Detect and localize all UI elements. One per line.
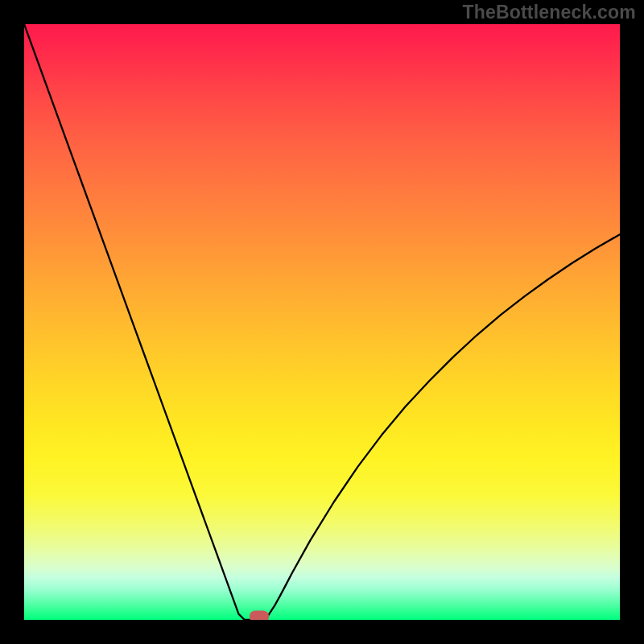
chart-plot-area <box>24 24 620 620</box>
chart-curve-path <box>24 24 620 620</box>
chart-curve-svg <box>24 24 620 620</box>
watermark-text: TheBottleneck.com <box>462 2 636 23</box>
chart-minimum-marker <box>250 611 269 621</box>
